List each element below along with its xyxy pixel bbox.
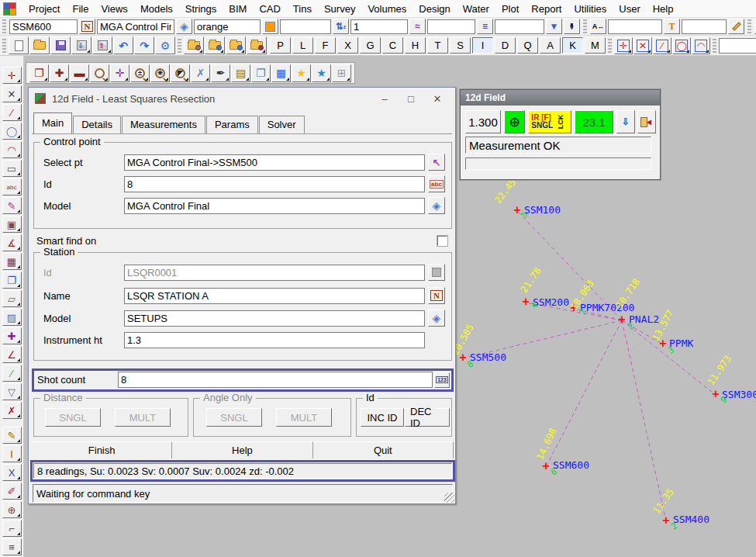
- control-id-input[interactable]: [124, 176, 425, 192]
- measure-bearing-button[interactable]: ∡: [2, 234, 22, 251]
- tab-details[interactable]: Details: [73, 116, 121, 133]
- plot-button[interactable]: ▤: [231, 64, 250, 82]
- select-pt-input[interactable]: [124, 154, 425, 171]
- run-macro-2-button[interactable]: [226, 36, 246, 54]
- eyedropper-button[interactable]: ✒: [564, 19, 580, 34]
- snap-intersect-button[interactable]: ✕: [633, 37, 652, 54]
- function-button-p[interactable]: P: [270, 37, 291, 54]
- linestyle-picker-button[interactable]: ≡: [477, 19, 493, 34]
- dec-id-button[interactable]: DEC ID: [405, 408, 450, 427]
- function-button-x[interactable]: X: [337, 37, 358, 54]
- point-id-input[interactable]: [9, 19, 78, 34]
- section-plane-button[interactable]: ⊕: [2, 501, 22, 518]
- menu-views[interactable]: Views: [95, 2, 133, 16]
- toolbar-grip[interactable]: [608, 39, 612, 53]
- text-button[interactable]: T: [664, 19, 680, 34]
- menu-utilities[interactable]: Utilities: [568, 2, 613, 16]
- measure-mode-button[interactable]: IR [F] SNGL LCK: [528, 110, 571, 133]
- point-marker-ssm100[interactable]: +: [513, 203, 520, 217]
- minimize-icon[interactable]: –: [373, 91, 396, 106]
- select-pt-button[interactable]: ↖: [428, 154, 445, 171]
- station-model-button[interactable]: ◈: [428, 310, 445, 327]
- redraw-button[interactable]: ✗: [191, 64, 210, 82]
- linestyle-input[interactable]: [427, 19, 475, 34]
- move-button[interactable]: ✚: [2, 327, 22, 344]
- tab-params[interactable]: Params: [206, 116, 258, 133]
- weight-picker-button[interactable]: ≈: [409, 19, 426, 34]
- function-button-d[interactable]: D: [495, 37, 516, 54]
- function-button-s[interactable]: S: [450, 37, 471, 54]
- point-symbol-button[interactable]: ▣: [2, 216, 22, 233]
- function-button-a[interactable]: A: [540, 37, 561, 54]
- point-marker-ssm300[interactable]: +: [712, 387, 719, 401]
- tab-measurements[interactable]: Measurements: [122, 116, 205, 133]
- instrument-ht-input[interactable]: [124, 332, 425, 348]
- function-button-h[interactable]: H: [405, 37, 426, 54]
- create-rectangle-button[interactable]: ▭: [2, 160, 22, 177]
- zoom-extents-button[interactable]: [90, 64, 109, 82]
- menu-strings[interactable]: Strings: [179, 2, 223, 16]
- function-button-g[interactable]: G: [360, 37, 381, 54]
- zoom-previous-button[interactable]: ◤: [171, 64, 190, 82]
- create-circle-button[interactable]: ◯: [2, 123, 22, 140]
- toolbar-grip[interactable]: [713, 39, 716, 53]
- settings-button[interactable]: ⚙: [155, 36, 175, 54]
- grid-table-button[interactable]: ▦: [2, 253, 22, 270]
- height-input[interactable]: [280, 19, 331, 34]
- model-choice-button[interactable]: ◈: [428, 197, 445, 214]
- export-button[interactable]: ⇧: [92, 36, 112, 54]
- symbol-input[interactable]: [495, 19, 544, 34]
- model-picker-button[interactable]: ◈: [176, 19, 192, 34]
- snap-line-button[interactable]: ∕: [653, 37, 671, 54]
- control-model-input[interactable]: [124, 198, 425, 214]
- tab-solver[interactable]: Solver: [259, 116, 305, 133]
- temperature-button[interactable]: 23.1: [575, 110, 613, 133]
- menu-project[interactable]: Project: [22, 2, 66, 16]
- point-marker-pnal2[interactable]: +: [618, 313, 625, 327]
- tab-main[interactable]: Main: [33, 112, 72, 133]
- shot-count-input[interactable]: [118, 372, 433, 388]
- colour-input[interactable]: [194, 19, 261, 34]
- id-choice-button[interactable]: abc: [428, 175, 445, 192]
- toolbar-grip[interactable]: [2, 19, 6, 33]
- textsize-input[interactable]: [682, 19, 727, 34]
- pan-button[interactable]: ✛: [110, 64, 129, 82]
- menu-design[interactable]: Design: [413, 2, 456, 16]
- function-button-m[interactable]: M: [585, 37, 606, 54]
- snap-circle-button[interactable]: ◯: [672, 37, 691, 54]
- menu-user[interactable]: User: [613, 2, 646, 16]
- menu-survey[interactable]: Survey: [318, 2, 361, 16]
- pen-button[interactable]: ✒: [211, 64, 230, 82]
- copy-view-button[interactable]: ❐: [251, 64, 271, 82]
- menu-water[interactable]: Water: [457, 2, 495, 16]
- exit-button[interactable]: ◄: [637, 110, 656, 133]
- resize-grip[interactable]: [444, 493, 454, 503]
- menu-help[interactable]: Help: [647, 2, 680, 16]
- menu-models[interactable]: Models: [134, 2, 179, 16]
- prism-target-button[interactable]: ⊕: [504, 110, 525, 133]
- grid-window-button[interactable]: ▦: [271, 64, 291, 82]
- toolbar-grip[interactable]: [2, 39, 6, 53]
- zoom-out-button[interactable]: ▬: [70, 64, 89, 82]
- redo-button[interactable]: ↷: [134, 36, 154, 54]
- panes-button[interactable]: ⊞: [332, 64, 351, 82]
- function-button-c[interactable]: C: [382, 37, 403, 54]
- textstyle-button[interactable]: A↔: [590, 19, 606, 34]
- import-button[interactable]: ⇩: [71, 36, 91, 54]
- function-button-i[interactable]: I: [472, 37, 493, 54]
- open-project-button[interactable]: [29, 36, 50, 54]
- menu-cad[interactable]: CAD: [253, 2, 286, 16]
- create-point-button[interactable]: ✛: [2, 67, 22, 84]
- station-model-input[interactable]: [124, 310, 425, 327]
- function-button-l[interactable]: L: [292, 37, 313, 54]
- save-button[interactable]: [50, 36, 71, 54]
- smart-find-checkbox[interactable]: [437, 236, 447, 246]
- shape-button[interactable]: ▽: [2, 383, 22, 400]
- snap-arc-button[interactable]: ◠: [692, 37, 710, 54]
- point-marker-ssm200[interactable]: +: [522, 295, 529, 309]
- star-yellow-button[interactable]: ★: [292, 64, 311, 82]
- slope-button[interactable]: ⌐: [2, 520, 22, 537]
- menu-file[interactable]: File: [66, 2, 95, 16]
- model-input[interactable]: [97, 19, 174, 34]
- name-picker-button[interactable]: N: [79, 19, 95, 34]
